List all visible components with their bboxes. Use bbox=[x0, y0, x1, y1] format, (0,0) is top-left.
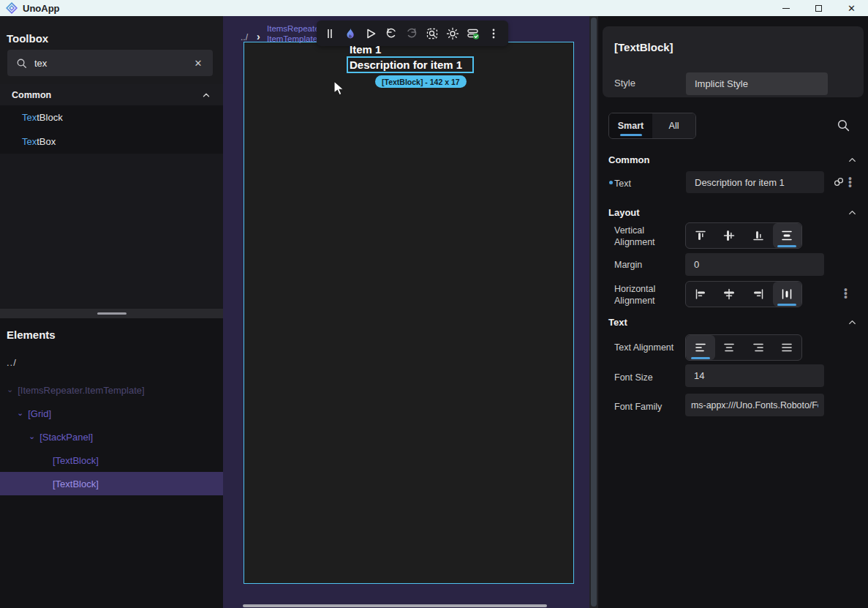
tree-item-textblock-1[interactable]: [TextBlock] bbox=[0, 449, 223, 472]
text-more-options-icon[interactable]: ••• bbox=[848, 177, 852, 188]
margin-input[interactable] bbox=[685, 253, 824, 276]
elements-panel: Elements ../ ⌄ [ItemsRepeater.ItemTempla… bbox=[0, 318, 223, 608]
properties-search-icon[interactable] bbox=[837, 119, 850, 132]
mouse-cursor-icon bbox=[333, 81, 345, 97]
tree-item-label: [TextBlock] bbox=[53, 455, 99, 466]
theme-sun-icon[interactable] bbox=[446, 27, 459, 40]
minimize-icon bbox=[782, 8, 790, 9]
titlebar: UnoApp ✕ bbox=[0, 0, 868, 16]
style-label: Style bbox=[614, 78, 635, 89]
toolbox-empty-area bbox=[0, 154, 223, 309]
toolbox-header: Toolbox ✕ bbox=[0, 16, 223, 84]
section-layout-label: Layout bbox=[608, 207, 847, 218]
toolbox-item-textbox[interactable]: TextBox bbox=[0, 130, 223, 154]
designer-toolbar bbox=[317, 20, 508, 46]
section-layout[interactable]: Layout bbox=[608, 202, 858, 222]
layout-more-options-icon[interactable]: ••• bbox=[844, 288, 848, 299]
section-text[interactable]: Text bbox=[608, 312, 858, 332]
tab-smart[interactable]: Smart bbox=[609, 113, 652, 138]
textalign-justify-button[interactable] bbox=[773, 335, 802, 360]
elements-tree: ⌄ [ItemsRepeater.ItemTemplate] ⌄ [Grid] … bbox=[0, 378, 223, 495]
style-input[interactable] bbox=[686, 72, 828, 95]
play-icon[interactable] bbox=[364, 27, 377, 40]
valign-bottom-button[interactable] bbox=[744, 223, 773, 248]
chevron-up-icon bbox=[201, 90, 211, 100]
textalign-center-button[interactable] bbox=[715, 335, 744, 360]
chevron-down-icon[interactable]: ⌄ bbox=[29, 432, 35, 441]
minimize-button[interactable] bbox=[769, 0, 802, 16]
chevron-down-icon[interactable]: ⌄ bbox=[17, 408, 23, 418]
drag-handle-icon[interactable] bbox=[323, 27, 336, 40]
tree-item-grid[interactable]: ⌄ [Grid] bbox=[0, 402, 223, 425]
margin-label: Margin bbox=[614, 259, 682, 271]
design-canvas[interactable]: ../ › ItemsRepeater ItemTemplate bbox=[223, 16, 589, 608]
rest-text: tBox bbox=[37, 136, 56, 147]
toolbox-section-common[interactable]: Common bbox=[0, 84, 223, 105]
changes-saved-icon[interactable] bbox=[467, 27, 480, 40]
halign-center-button[interactable] bbox=[715, 282, 744, 307]
horizontal-alignment-label: Horizontal Alignment bbox=[614, 283, 682, 307]
canvas-up-button[interactable]: ../ bbox=[241, 32, 248, 42]
font-size-label: Font Size bbox=[614, 372, 682, 383]
match-text: Tex bbox=[22, 112, 37, 123]
tree-item-stackpanel[interactable]: ⌄ [StackPanel] bbox=[0, 425, 223, 449]
chevron-up-icon[interactable] bbox=[847, 207, 858, 218]
clear-search-icon[interactable]: ✕ bbox=[191, 58, 205, 69]
maximize-button[interactable] bbox=[802, 0, 835, 16]
text-alignment-label: Text Alignment bbox=[614, 342, 682, 353]
binding-icon[interactable] bbox=[832, 176, 845, 189]
section-text-label: Text bbox=[608, 317, 847, 328]
elements-up-button[interactable]: ../ bbox=[7, 357, 17, 368]
uno-logo-icon bbox=[6, 2, 18, 14]
halign-stretch-button[interactable] bbox=[773, 282, 802, 307]
vertical-scrollbar-thumb[interactable] bbox=[591, 18, 597, 607]
textalign-right-button[interactable] bbox=[744, 335, 773, 360]
halign-right-button[interactable] bbox=[744, 282, 773, 307]
selected-textblock-text: Description for item 1 bbox=[350, 59, 462, 71]
left-panel: Toolbox ✕ Common TextBlock TextBox Eleme… bbox=[0, 16, 223, 608]
properties-panel: [TextBlock] Style Smart All Common Text … bbox=[598, 16, 868, 608]
rest-text: tBlock bbox=[37, 112, 62, 123]
redo-icon[interactable] bbox=[405, 27, 418, 40]
chevron-up-icon[interactable] bbox=[847, 154, 858, 165]
font-family-input[interactable] bbox=[685, 394, 824, 416]
toolbox-search-input[interactable] bbox=[34, 58, 191, 69]
more-options-icon[interactable] bbox=[487, 27, 500, 40]
element-picker-icon[interactable] bbox=[426, 27, 439, 40]
halign-left-button[interactable] bbox=[686, 282, 715, 307]
selection-size-label: [TextBlock] - 142 x 17 bbox=[382, 78, 460, 86]
undo-icon[interactable] bbox=[385, 27, 398, 40]
horizontal-scrollbar[interactable] bbox=[243, 604, 547, 607]
vertical-scrollbar[interactable] bbox=[589, 16, 598, 608]
close-icon: ✕ bbox=[848, 4, 856, 13]
font-size-input[interactable] bbox=[685, 364, 824, 387]
tree-item-label: [ItemsRepeater.ItemTemplate] bbox=[18, 385, 144, 396]
section-common[interactable]: Common bbox=[608, 149, 858, 170]
toolbox-items: TextBlock TextBox bbox=[0, 105, 223, 154]
tree-item-itemsrepeater-itemtemplate[interactable]: ⌄ [ItemsRepeater.ItemTemplate] bbox=[0, 378, 223, 402]
textalign-left-button[interactable] bbox=[686, 335, 715, 360]
valign-top-button[interactable] bbox=[686, 223, 715, 248]
text-property-input[interactable] bbox=[686, 171, 824, 193]
design-surface[interactable] bbox=[244, 42, 574, 584]
panel-splitter[interactable] bbox=[0, 309, 223, 318]
valign-center-button[interactable] bbox=[715, 223, 744, 248]
close-button[interactable]: ✕ bbox=[835, 0, 868, 16]
tree-item-textblock-2-selected[interactable]: [TextBlock] bbox=[0, 472, 223, 495]
chevron-down-icon[interactable]: ⌄ bbox=[7, 385, 13, 394]
chevron-right-icon[interactable]: › bbox=[257, 31, 260, 42]
toolbox-search[interactable]: ✕ bbox=[7, 50, 213, 76]
valign-stretch-button[interactable] bbox=[773, 223, 802, 248]
breadcrumb-itemsrepeater[interactable]: ItemsRepeater bbox=[267, 24, 322, 33]
breadcrumb-itemtemplate[interactable]: ItemTemplate bbox=[267, 34, 317, 43]
vertical-alignment-label: Vertical Alignment bbox=[614, 225, 682, 248]
canvas-item-title[interactable]: Item 1 bbox=[350, 43, 381, 56]
selected-textblock[interactable]: Description for item 1 bbox=[347, 56, 474, 73]
tab-all[interactable]: All bbox=[652, 113, 695, 138]
match-text: Tex bbox=[22, 136, 37, 147]
chevron-up-icon[interactable] bbox=[847, 317, 858, 328]
properties-tabs: Smart All bbox=[608, 113, 696, 139]
tree-item-label: [TextBlock] bbox=[53, 478, 99, 489]
hot-design-flame-icon[interactable] bbox=[344, 27, 357, 40]
toolbox-item-textblock[interactable]: TextBlock bbox=[0, 105, 223, 130]
